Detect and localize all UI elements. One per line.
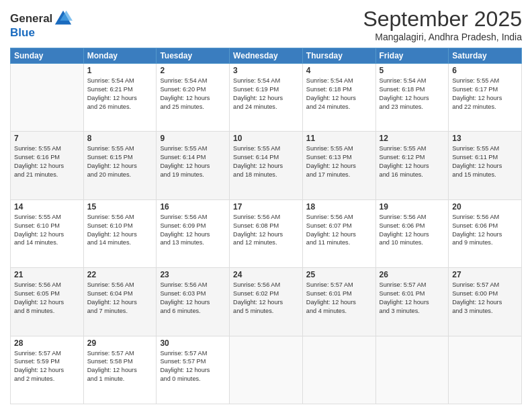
table-row	[302, 336, 375, 404]
day-number: 29	[87, 338, 153, 348]
day-info: Sunrise: 5:54 AM Sunset: 6:20 PM Dayligh…	[160, 77, 226, 111]
header-friday: Friday	[375, 48, 449, 64]
table-row	[11, 64, 84, 132]
calendar-table: Sunday Monday Tuesday Wednesday Thursday…	[10, 48, 522, 404]
header-tuesday: Tuesday	[157, 48, 230, 64]
day-number: 30	[160, 338, 226, 348]
table-row: 20Sunrise: 5:56 AM Sunset: 6:06 PM Dayli…	[449, 199, 522, 267]
day-number: 21	[14, 270, 80, 279]
day-number: 18	[306, 202, 372, 212]
day-number: 24	[233, 270, 299, 279]
table-row: 3Sunrise: 5:54 AM Sunset: 6:19 PM Daylig…	[230, 64, 303, 132]
day-number: 2	[160, 66, 226, 75]
day-number: 13	[452, 134, 518, 143]
day-info: Sunrise: 5:56 AM Sunset: 6:06 PM Dayligh…	[452, 213, 518, 248]
table-row: 19Sunrise: 5:56 AM Sunset: 6:06 PM Dayli…	[375, 199, 449, 267]
table-row: 8Sunrise: 5:55 AM Sunset: 6:15 PM Daylig…	[83, 132, 157, 199]
title-area: September 2025 Mangalagiri, Andhra Prade…	[363, 7, 522, 42]
day-number: 3	[233, 66, 299, 75]
table-row: 11Sunrise: 5:55 AM Sunset: 6:13 PM Dayli…	[302, 132, 375, 199]
day-number: 22	[87, 270, 153, 279]
day-info: Sunrise: 5:55 AM Sunset: 6:14 PM Dayligh…	[160, 144, 226, 179]
table-row: 1Sunrise: 5:54 AM Sunset: 6:21 PM Daylig…	[83, 64, 157, 132]
header: General Blue September 2025 Mangalagiri,…	[10, 7, 522, 42]
day-number: 6	[452, 66, 518, 75]
day-number: 17	[233, 202, 299, 212]
day-info: Sunrise: 5:56 AM Sunset: 6:05 PM Dayligh…	[14, 281, 80, 316]
day-number: 14	[14, 202, 80, 212]
table-row	[375, 336, 449, 404]
day-number: 1	[87, 66, 153, 75]
table-row: 13Sunrise: 5:55 AM Sunset: 6:11 PM Dayli…	[449, 132, 522, 199]
table-row: 30Sunrise: 5:57 AM Sunset: 5:57 PM Dayli…	[157, 336, 230, 404]
day-number: 28	[14, 338, 80, 348]
day-info: Sunrise: 5:56 AM Sunset: 6:08 PM Dayligh…	[233, 213, 299, 248]
table-row: 24Sunrise: 5:56 AM Sunset: 6:02 PM Dayli…	[230, 268, 303, 336]
day-info: Sunrise: 5:55 AM Sunset: 6:13 PM Dayligh…	[306, 144, 372, 179]
table-row: 29Sunrise: 5:57 AM Sunset: 5:58 PM Dayli…	[83, 336, 157, 404]
calendar-week-row: 1Sunrise: 5:54 AM Sunset: 6:21 PM Daylig…	[11, 64, 522, 132]
header-wednesday: Wednesday	[230, 48, 303, 64]
table-row: 7Sunrise: 5:55 AM Sunset: 6:16 PM Daylig…	[11, 132, 84, 199]
table-row: 9Sunrise: 5:55 AM Sunset: 6:14 PM Daylig…	[157, 132, 230, 199]
table-row: 25Sunrise: 5:57 AM Sunset: 6:01 PM Dayli…	[302, 268, 375, 336]
day-info: Sunrise: 5:56 AM Sunset: 6:04 PM Dayligh…	[87, 281, 153, 316]
table-row	[449, 336, 522, 404]
day-info: Sunrise: 5:56 AM Sunset: 6:06 PM Dayligh…	[380, 213, 445, 248]
day-number: 9	[160, 134, 226, 143]
table-row: 21Sunrise: 5:56 AM Sunset: 6:05 PM Dayli…	[11, 268, 84, 336]
table-row: 5Sunrise: 5:54 AM Sunset: 6:18 PM Daylig…	[375, 64, 449, 132]
logo-blue: Blue	[10, 26, 35, 39]
table-row: 10Sunrise: 5:55 AM Sunset: 6:14 PM Dayli…	[230, 132, 303, 199]
logo: General Blue	[10, 9, 73, 40]
day-info: Sunrise: 5:55 AM Sunset: 6:11 PM Dayligh…	[452, 144, 518, 179]
table-row: 4Sunrise: 5:54 AM Sunset: 6:18 PM Daylig…	[302, 64, 375, 132]
table-row: 27Sunrise: 5:57 AM Sunset: 6:00 PM Dayli…	[449, 268, 522, 336]
day-number: 16	[160, 202, 226, 212]
day-number: 10	[233, 134, 299, 143]
calendar-week-row: 14Sunrise: 5:55 AM Sunset: 6:10 PM Dayli…	[11, 199, 522, 267]
header-sunday: Sunday	[11, 48, 84, 64]
day-info: Sunrise: 5:54 AM Sunset: 6:21 PM Dayligh…	[87, 77, 153, 111]
day-info: Sunrise: 5:56 AM Sunset: 6:10 PM Dayligh…	[87, 213, 153, 248]
day-info: Sunrise: 5:55 AM Sunset: 6:15 PM Dayligh…	[87, 144, 153, 179]
day-info: Sunrise: 5:54 AM Sunset: 6:18 PM Dayligh…	[306, 77, 372, 111]
day-info: Sunrise: 5:57 AM Sunset: 5:59 PM Dayligh…	[14, 349, 80, 384]
month-title: September 2025	[363, 7, 522, 32]
day-number: 7	[14, 134, 80, 143]
day-number: 26	[380, 270, 445, 279]
location: Mangalagiri, Andhra Pradesh, India	[363, 32, 522, 42]
table-row: 28Sunrise: 5:57 AM Sunset: 5:59 PM Dayli…	[11, 336, 84, 404]
table-row	[230, 336, 303, 404]
day-info: Sunrise: 5:57 AM Sunset: 6:01 PM Dayligh…	[380, 281, 445, 316]
day-info: Sunrise: 5:57 AM Sunset: 5:58 PM Dayligh…	[87, 349, 153, 384]
table-row: 12Sunrise: 5:55 AM Sunset: 6:12 PM Dayli…	[375, 132, 449, 199]
day-number: 19	[380, 202, 445, 212]
table-row: 23Sunrise: 5:56 AM Sunset: 6:03 PM Dayli…	[157, 268, 230, 336]
day-info: Sunrise: 5:54 AM Sunset: 6:18 PM Dayligh…	[380, 77, 445, 111]
day-number: 20	[452, 202, 518, 212]
calendar-header-row: Sunday Monday Tuesday Wednesday Thursday…	[11, 48, 522, 64]
day-info: Sunrise: 5:56 AM Sunset: 6:07 PM Dayligh…	[306, 213, 372, 248]
table-row: 6Sunrise: 5:55 AM Sunset: 6:17 PM Daylig…	[449, 64, 522, 132]
day-info: Sunrise: 5:57 AM Sunset: 6:00 PM Dayligh…	[452, 281, 518, 316]
table-row: 2Sunrise: 5:54 AM Sunset: 6:20 PM Daylig…	[157, 64, 230, 132]
day-info: Sunrise: 5:55 AM Sunset: 6:10 PM Dayligh…	[14, 213, 80, 248]
table-row: 15Sunrise: 5:56 AM Sunset: 6:10 PM Dayli…	[83, 199, 157, 267]
day-number: 8	[87, 134, 153, 143]
day-info: Sunrise: 5:54 AM Sunset: 6:19 PM Dayligh…	[233, 77, 299, 111]
day-number: 27	[452, 270, 518, 279]
day-number: 23	[160, 270, 226, 279]
table-row: 18Sunrise: 5:56 AM Sunset: 6:07 PM Dayli…	[302, 199, 375, 267]
day-number: 11	[306, 134, 372, 143]
header-saturday: Saturday	[449, 48, 522, 64]
day-info: Sunrise: 5:56 AM Sunset: 6:03 PM Dayligh…	[160, 281, 226, 316]
header-monday: Monday	[83, 48, 157, 64]
day-info: Sunrise: 5:55 AM Sunset: 6:14 PM Dayligh…	[233, 144, 299, 179]
logo-general: General	[10, 12, 52, 25]
day-info: Sunrise: 5:55 AM Sunset: 6:17 PM Dayligh…	[452, 77, 518, 111]
logo-icon	[54, 9, 73, 28]
day-info: Sunrise: 5:56 AM Sunset: 6:02 PM Dayligh…	[233, 281, 299, 316]
calendar-week-row: 28Sunrise: 5:57 AM Sunset: 5:59 PM Dayli…	[11, 336, 522, 404]
day-info: Sunrise: 5:55 AM Sunset: 6:12 PM Dayligh…	[380, 144, 445, 179]
